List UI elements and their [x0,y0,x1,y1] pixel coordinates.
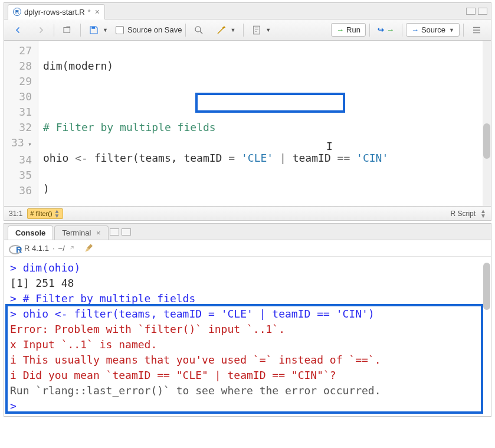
find-button[interactable] [189,22,208,38]
save-button[interactable]: ▼ [84,22,112,38]
maximize-pane-button[interactable] [478,8,487,15]
hash-icon: # [30,210,34,217]
floppy-disk-icon [88,25,99,35]
chevron-down-icon: ▼ [230,27,235,33]
scope-label: filter() [35,210,52,217]
source-button[interactable]: → Source ▼ [406,23,460,37]
minimize-pane-button[interactable] [110,228,119,236]
editor-scrollbar[interactable] [483,41,491,206]
code-area[interactable]: dim(modern) # Filter by multiple fields … [38,41,491,206]
wand-icon [216,25,227,35]
text-cursor-icon: I [326,139,333,154]
console-scrollbar[interactable] [483,257,491,416]
scroll-thumb[interactable] [483,123,490,159]
svg-rect-1 [91,27,95,29]
source-statusbar: 31:1 # filter() ▲▼ R Script ▲▼ [4,206,491,220]
chevron-down-icon: ▼ [103,27,108,33]
code-tools-button[interactable]: ▼ [212,22,240,38]
source-toolbar: ▼ Source on Save ▼ ▼ → Run ↪→ → Source [4,19,491,41]
show-in-new-window-button[interactable] [58,22,77,38]
console-info-bar: R 4.1.1 · ~/ [4,240,491,257]
close-icon[interactable]: × [95,7,100,17]
run-button[interactable]: → Run [331,23,366,37]
scope-chip[interactable]: # filter() ▲▼ [27,208,63,219]
line-gutter: 27 28 29 30 31 32 33 ▾ 34 35 36 [4,41,38,206]
svg-point-2 [195,27,201,32]
outline-icon [471,25,482,35]
svg-rect-3 [254,26,260,34]
source-tabbar: R dplyr-rows-start.R* × [4,3,491,19]
maximize-pane-button[interactable] [122,228,131,236]
code-editor[interactable]: 27 28 29 30 31 32 33 ▾ 34 35 36 dim(mode… [4,41,491,206]
chevron-down-icon: ▼ [449,27,454,33]
separator-dot: · [53,244,55,253]
back-button[interactable] [9,22,28,38]
minimize-pane-button[interactable] [466,8,476,15]
console-pane: Console Terminal × R 4.1.1 · ~/ > dim(oh… [4,223,491,417]
working-directory[interactable]: ~/ [58,244,65,253]
chevron-down-icon: ▼ [265,27,271,33]
outline-button[interactable] [467,22,486,38]
source-on-save-label: Source on Save [127,25,182,34]
pane-window-controls [110,228,131,236]
rerun-icon: ↪ [378,25,384,34]
tab-dirty-marker: * [88,8,91,17]
run-arrow-icon: → [336,25,344,34]
console-tabbar: Console Terminal × [4,224,491,240]
r-version: R 4.1.1 [24,244,49,253]
pane-window-controls [466,8,487,15]
rerun-button[interactable]: ↪→ [373,23,398,37]
tab-console[interactable]: Console [8,225,53,240]
language-mode[interactable]: R Script [450,210,476,218]
tab-terminal[interactable]: Terminal × [54,225,108,240]
arrow-left-icon [13,25,24,35]
popout-icon [62,25,73,35]
source-pane: R dplyr-rows-start.R* × ▼ Source on Save [4,2,491,221]
r-file-icon: R [13,8,21,16]
tab-filename: dplyr-rows-start.R [24,8,85,17]
source-on-save-checkbox[interactable] [116,26,124,34]
scroll-thumb[interactable] [483,263,490,310]
fold-icon[interactable]: ▾ [24,140,32,148]
cursor-position: 31:1 [9,210,22,218]
source-tab[interactable]: R dplyr-rows-start.R* × [8,4,105,19]
popout-icon[interactable] [68,244,77,253]
close-icon[interactable]: × [96,228,101,237]
stepper-icon[interactable]: ▲▼ [480,209,486,218]
arrow-right-icon [35,25,46,35]
broom-icon[interactable] [84,243,96,254]
source-label: Source [421,25,445,34]
forward-button[interactable] [31,22,50,38]
r-logo-icon [9,244,21,253]
notebook-icon [251,25,262,35]
magnifier-icon [194,25,204,35]
console-output[interactable]: > dim(ohio) [1] 251 48 > # Filter by mul… [4,257,491,416]
svg-rect-0 [64,27,70,32]
run-label: Run [346,25,360,34]
stepper-icon[interactable]: ▲▼ [54,209,60,218]
compile-report-button[interactable]: ▼ [247,22,275,38]
run-arrow-icon: → [386,25,394,34]
source-arrow-icon: → [411,25,419,34]
